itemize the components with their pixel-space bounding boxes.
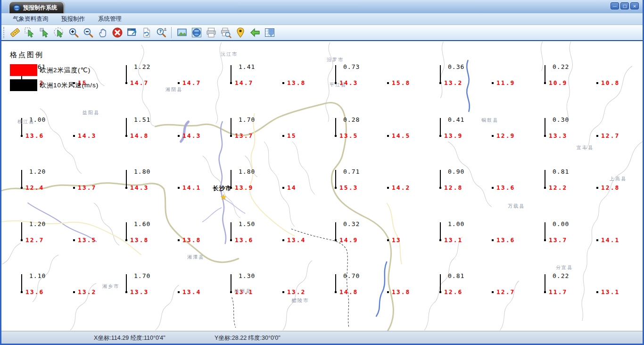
place-label: 株洲县 — [234, 288, 251, 295]
refresh-page-icon — [141, 27, 152, 38]
place-label: 沅江市 — [221, 51, 238, 58]
place-label: 平江县 — [330, 82, 347, 88]
zoom-out-button[interactable] — [81, 26, 95, 39]
menu-item-weather-data-query[interactable]: 气象资料查询 — [6, 14, 55, 25]
svg-text:?: ? — [159, 29, 162, 34]
temperature-swatch — [10, 64, 37, 76]
window-controls: — □ × — [611, 2, 639, 9]
place-label: 万载县 — [508, 203, 525, 210]
minimize-button[interactable]: — — [611, 2, 619, 9]
place-label: 桃江县 — [17, 118, 34, 125]
select-circle-icon — [53, 27, 65, 38]
marker-button[interactable] — [233, 26, 248, 39]
select-icon — [39, 27, 50, 38]
status-y-coordinate: Y坐标:28.22 纬度:30°0'0" — [215, 334, 281, 342]
select-region-icon — [24, 27, 35, 38]
ruler-button[interactable] — [8, 26, 22, 39]
identify-zoom-icon: ? ± — [156, 27, 167, 38]
globe-logo-icon — [13, 4, 20, 11]
pan-button[interactable] — [95, 26, 110, 39]
zoom-in-icon — [68, 27, 79, 38]
title-bar: 预报制作系统 — □ × — [1, 0, 643, 13]
legend-row-wind: 欧洲10米风速(m/s) — [10, 79, 99, 91]
zoom-out-icon — [83, 27, 94, 38]
print-preview-button[interactable] — [218, 26, 233, 39]
menu-item-system-management[interactable]: 系统管理 — [91, 14, 128, 25]
wind-swatch — [10, 79, 37, 91]
identify-zoom-button[interactable]: ? ± — [154, 26, 168, 39]
grid-legend: 格点图例 欧洲2米温度(℃) 欧洲10米风速(m/s) — [10, 50, 99, 94]
place-label: 汨罗市 — [327, 57, 344, 63]
toolbar-separator — [171, 27, 172, 38]
back-arrow-icon — [249, 27, 261, 38]
toolbar-grip — [3, 27, 6, 38]
place-label: 分宜县 — [556, 264, 573, 271]
pan-hand-icon — [97, 27, 108, 38]
select-circle-button[interactable] — [51, 26, 66, 39]
app-window: 预报制作系统 — □ × 气象资料查询 预报制作 系统管理 — [0, 0, 644, 345]
title-tab: 预报制作系统 — [9, 1, 64, 13]
back-button[interactable] — [248, 26, 262, 39]
legend-row-temperature: 欧洲2米温度(℃) — [10, 64, 99, 76]
map-area[interactable]: 14.20.611514.71.2214.714.71.4113.814.30.… — [1, 41, 643, 331]
place-label: 湘潭县 — [187, 254, 204, 261]
zoom-in-button[interactable] — [66, 26, 81, 39]
print-button[interactable] — [204, 26, 218, 39]
place-label: 湘乡市 — [102, 283, 119, 290]
place-label: 醴陵市 — [292, 297, 309, 304]
globe-icon — [191, 27, 202, 38]
status-x-coordinate: X坐标:114.29 经度:110°0'4" — [94, 334, 165, 342]
print-icon — [206, 27, 217, 38]
image-button[interactable] — [174, 26, 189, 39]
stop-button[interactable] — [110, 26, 124, 39]
wind-legend-label: 欧洲10米风速(m/s) — [40, 81, 99, 90]
print-preview-icon — [220, 27, 231, 38]
place-label: 益阳县 — [83, 109, 99, 116]
stop-icon — [112, 27, 123, 38]
legend-title: 格点图例 — [10, 50, 99, 59]
ruler-icon — [9, 27, 21, 38]
menu-item-forecast-production[interactable]: 预报制作 — [55, 14, 91, 25]
capital-star-icon: ★ — [220, 194, 227, 201]
grid-select-icon — [264, 27, 275, 38]
grid-select-button[interactable] — [262, 26, 277, 39]
menu-bar: 气象资料查询 预报制作 系统管理 — [1, 13, 643, 25]
select-button[interactable] — [37, 26, 51, 39]
marker-pin-icon — [235, 27, 246, 38]
close-button[interactable]: × — [630, 2, 639, 9]
capital-city-label: 长沙市 — [213, 185, 232, 193]
toolbar: ? ± — [1, 25, 643, 41]
place-label: 湘阴县 — [165, 86, 182, 93]
temperature-legend-label: 欧洲2米温度(℃) — [40, 66, 91, 75]
export-window-icon — [126, 27, 138, 38]
status-bar: X坐标:114.29 经度:110°0'4" Y坐标:28.22 纬度:30°0… — [1, 331, 643, 344]
select-region-button[interactable] — [22, 26, 37, 39]
restore-button[interactable]: □ — [620, 2, 629, 9]
image-icon — [176, 27, 188, 38]
globe-view-button[interactable] — [189, 26, 204, 39]
place-label: 铜鼓县 — [481, 117, 498, 124]
place-label: 上高县 — [610, 176, 627, 182]
refresh-button[interactable] — [139, 26, 154, 39]
svg-text:±: ± — [164, 27, 167, 32]
window-title: 预报制作系统 — [23, 4, 57, 12]
place-label: 宜丰县 — [577, 144, 594, 151]
export-window-button[interactable] — [124, 26, 139, 39]
